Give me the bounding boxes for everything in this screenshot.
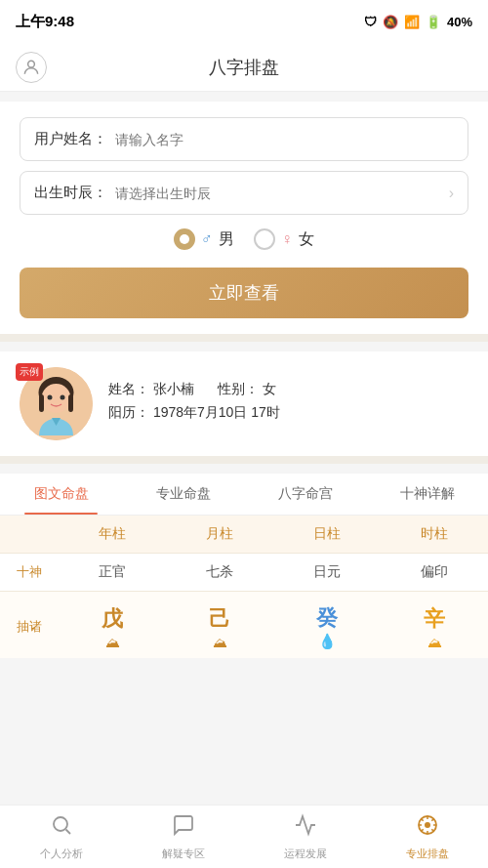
svg-point-3 [42,384,71,413]
divider-2 [0,456,488,464]
battery-icon: 🔋 [426,15,441,29]
dizhi-label: 抽诸 [0,592,59,658]
name-input-row[interactable]: 用户姓名： [20,117,468,161]
nav-label-analysis: 个人分析 [40,847,83,861]
name-label: 用户姓名： [34,130,107,148]
submit-button[interactable]: 立即查看 [20,268,468,318]
signal-icon: 🔕 [383,15,398,29]
mountain-icon-wu: ⛰ [105,634,120,650]
radio-female[interactable] [254,228,275,250]
shishen-nianzhu: 正官 [59,554,166,591]
chart-icon [294,813,317,843]
divider-1 [0,334,488,342]
dizhi-char-ji: 己 [209,604,230,634]
th-yuezhu: 月柱 [166,516,273,553]
gender-male-option[interactable]: ♂ 男 [174,228,234,250]
nav-zhuanye[interactable]: 专业排盘 [366,806,488,868]
svg-rect-5 [68,394,73,412]
example-row-2: 阳历： 1978年7月10日 17时 [108,404,468,422]
date-field: 阳历： 1978年7月10日 17时 [108,404,280,422]
birth-input-row[interactable]: 出生时辰： › [20,171,468,215]
dizhi-xin: 辛 ⛰ [381,592,488,658]
mountain-icon-ji: ⛰ [213,634,227,650]
shishen-yuezhu: 七杀 [166,554,273,591]
svg-point-6 [48,395,53,400]
female-label: 女 [299,229,314,250]
dizhi-row: 抽诸 戊 ⛰ 己 ⛰ 癸 💧 辛 ⛰ [0,591,488,658]
radio-male[interactable] [174,228,195,250]
status-bar: 上午9:48 🛡 🔕 📶 🔋 40% [0,0,488,43]
tab-tuwenmingpan[interactable]: 图文命盘 [0,474,122,515]
nav-label-yuncheng: 运程发展 [284,847,327,861]
mountain-icon-xin: ⛰ [427,634,442,650]
th-shizhu: 时柱 [381,516,488,553]
page-title: 八字排盘 [209,56,279,79]
example-badge: 示例 [16,363,43,381]
bazi-table: 年柱 月柱 日柱 时柱 十神 正官 七杀 日元 偏印 抽诸 戊 ⛰ 己 ⛰ 癸 … [0,516,488,658]
svg-rect-4 [39,394,44,412]
table-header-row: 年柱 月柱 日柱 时柱 [0,516,488,553]
tabs-bar: 图文命盘 专业命盘 八字命宫 十神详解 [0,474,488,516]
svg-point-7 [61,395,65,400]
nav-jieyizone[interactable]: 解疑专区 [122,806,244,868]
gender-field: 性别： 女 [218,381,276,398]
nav-yuncheng[interactable]: 运程发展 [244,806,366,868]
example-row-1: 姓名： 张小楠 性别： 女 [108,381,468,398]
status-time: 上午9:48 [16,13,74,31]
svg-point-8 [54,817,67,831]
birth-input[interactable] [115,186,449,201]
nav-personal-analysis[interactable]: 个人分析 [0,806,122,868]
name-field: 姓名： 张小楠 [108,381,194,398]
shishen-rizhu: 日元 [273,554,381,591]
example-avatar-wrap: 示例 [20,367,93,440]
dizhi-ji: 己 ⛰ [166,592,273,658]
arrow-icon: › [449,185,454,202]
name-input[interactable] [115,132,454,147]
tab-bazimingong[interactable]: 八字命宫 [244,474,366,515]
bagua-icon [416,813,439,843]
tab-shishenshenjie[interactable]: 十神详解 [366,474,488,515]
battery-percent: 40% [447,15,472,29]
svg-point-0 [28,61,35,67]
nav-label-zhuanye: 专业排盘 [406,847,449,861]
avatar[interactable] [16,52,47,83]
search-icon [50,813,73,843]
gender-female-option[interactable]: ♀ 女 [254,228,314,250]
male-label: 男 [219,229,234,250]
example-info: 姓名： 张小楠 性别： 女 阳历： 1978年7月10日 17时 [108,381,468,428]
header: 八字排盘 [0,43,488,92]
example-card: 示例 [0,351,488,456]
birth-label: 出生时辰： [34,184,107,202]
water-icon-gui: 💧 [318,633,337,650]
wifi-icon: 📶 [404,15,420,29]
shishen-row: 十神 正官 七杀 日元 偏印 [0,553,488,591]
male-symbol: ♂ [201,230,213,248]
shishen-shizhu: 偏印 [381,554,488,591]
th-empty [0,516,59,553]
bubble-icon [172,813,195,843]
svg-point-11 [425,822,430,828]
bottom-nav: 个人分析 解疑专区 运程发展 专业排盘 [0,805,488,868]
female-symbol: ♀ [281,230,293,248]
status-icons: 🛡 🔕 📶 🔋 40% [364,15,472,29]
shishen-label: 十神 [0,554,59,591]
dizhi-gui: 癸 💧 [273,592,381,658]
dizhi-char-wu: 戊 [102,604,123,634]
nav-label-jieyi: 解疑专区 [162,847,205,861]
th-rizhu: 日柱 [273,516,381,553]
form-area: 用户姓名： 出生时辰： › ♂ 男 ♀ 女 立即查看 [0,102,488,334]
tab-zhuanyemingpan[interactable]: 专业命盘 [122,474,244,515]
th-nianzhu: 年柱 [59,516,166,553]
shield-icon: 🛡 [364,15,377,29]
dizhi-wu: 戊 ⛰ [59,592,166,658]
dizhi-char-gui: 癸 [316,603,338,633]
gender-row: ♂ 男 ♀ 女 [20,228,468,250]
svg-line-9 [65,829,70,834]
dizhi-char-xin: 辛 [424,604,445,634]
